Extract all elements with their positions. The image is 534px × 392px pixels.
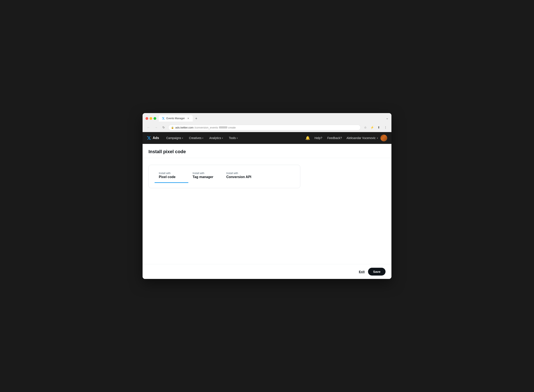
url-redacted-segment (219, 126, 227, 128)
tab-tag-manager-label: Install with (193, 172, 218, 175)
nav-item-tools[interactable]: Tools ▾ (226, 132, 241, 144)
toolbar-icons: ☆ ⚡ ⬆ ⋮ (362, 125, 389, 130)
tab-pixel-code-label: Install with (159, 172, 184, 175)
page-body: Install with Pixel code Install with Tag… (143, 158, 391, 264)
tab-title: Events Manager (166, 117, 185, 120)
url-text: ads.twitter.com /conversion_events creat… (175, 126, 358, 129)
help-link[interactable]: Help? (312, 136, 324, 140)
minimize-window-button[interactable] (149, 117, 152, 120)
page-content: Install pixel code Install with Pixel co… (143, 144, 391, 279)
nav-right: 🔔 Help? Feedback? Aleksandar Vucenovic ▾ (304, 134, 387, 142)
twitter-favicon (162, 117, 165, 120)
url-domain: ads.twitter.com (175, 126, 194, 129)
url-path: /conversion_events (195, 126, 218, 129)
tab-tag-manager-title: Tag manager (193, 175, 218, 179)
nav-item-campaigns[interactable]: Campaigns ▾ (163, 132, 186, 144)
avatar[interactable] (381, 135, 387, 141)
exit-button[interactable]: Exit (359, 270, 365, 273)
lock-icon: 🔒 (171, 126, 174, 129)
share-icon[interactable]: ⬆ (376, 125, 382, 130)
tab-conversion-api[interactable]: Install with Conversion API (222, 170, 256, 183)
campaigns-label: Campaigns (166, 136, 181, 140)
maximize-window-button[interactable] (153, 117, 156, 120)
traffic-lights (145, 117, 156, 120)
app-navigation: Ads Campaigns ▾ Creatives ▾ Analytics ▾ … (143, 132, 391, 144)
tab-bar: Events Manager ✕ + (159, 115, 386, 121)
extensions-icon[interactable]: ⚡ (369, 125, 375, 130)
creatives-chevron-icon: ▾ (202, 137, 203, 139)
avatar-image (381, 135, 387, 141)
tab-pixel-code[interactable]: Install with Pixel code (155, 170, 188, 183)
user-menu-chevron-icon: ▾ (377, 137, 378, 139)
tab-pixel-code-title: Pixel code (159, 175, 184, 179)
back-button[interactable]: ← (145, 125, 151, 130)
address-bar[interactable]: 🔒 ads.twitter.com /conversion_events cre… (168, 125, 361, 130)
reload-button[interactable]: ↻ (161, 125, 167, 130)
app-logo[interactable]: Ads (147, 136, 159, 140)
page-footer: Exit Save (143, 264, 391, 279)
tab-conversion-api-label: Install with (226, 172, 252, 175)
browser-chrome: Events Manager ✕ + ⌄ ← → ↻ 🔒 ads.twitter… (143, 113, 391, 132)
user-name-label: Aleksandar Vucenovic (347, 136, 376, 140)
new-tab-button[interactable]: + (193, 116, 199, 121)
campaigns-chevron-icon: ▾ (182, 137, 183, 139)
bookmark-icon[interactable]: ☆ (362, 125, 368, 130)
tab-conversion-api-title: Conversion API (226, 175, 252, 179)
page-header: Install pixel code (143, 144, 391, 158)
nav-item-creatives[interactable]: Creatives ▾ (186, 132, 206, 144)
tabs-container: Install with Pixel code Install with Tag… (155, 170, 294, 183)
close-tab-button[interactable]: ✕ (186, 117, 190, 120)
install-tabs-card: Install with Pixel code Install with Tag… (149, 165, 300, 188)
url-create: create (228, 126, 236, 129)
save-button[interactable]: Save (368, 268, 385, 275)
tools-label: Tools (229, 136, 236, 140)
creatives-label: Creatives (189, 136, 201, 140)
twitter-logo-icon (147, 136, 151, 140)
tab-tag-manager[interactable]: Install with Tag manager (188, 170, 222, 183)
notifications-button[interactable]: 🔔 (304, 134, 311, 142)
tools-chevron-icon: ▾ (237, 137, 238, 139)
forward-button[interactable]: → (153, 125, 159, 130)
browser-window: Events Manager ✕ + ⌄ ← → ↻ 🔒 ads.twitter… (143, 113, 391, 279)
feedback-link[interactable]: Feedback? (325, 136, 344, 140)
title-bar: Events Manager ✕ + ⌄ (145, 115, 389, 121)
analytics-label: Analytics (209, 136, 221, 140)
nav-menu: Campaigns ▾ Creatives ▾ Analytics ▾ Tool… (163, 132, 304, 144)
window-dropdown-button[interactable]: ⌄ (386, 116, 389, 121)
active-browser-tab[interactable]: Events Manager ✕ (159, 115, 193, 121)
close-window-button[interactable] (145, 117, 148, 120)
user-menu[interactable]: Aleksandar Vucenovic ▾ (345, 136, 380, 140)
ads-label: Ads (153, 136, 159, 140)
address-bar-row: ← → ↻ 🔒 ads.twitter.com /conversion_even… (145, 123, 389, 132)
page-title: Install pixel code (149, 149, 385, 154)
analytics-chevron-icon: ▾ (222, 137, 223, 139)
more-icon[interactable]: ⋮ (383, 125, 389, 130)
nav-item-analytics[interactable]: Analytics ▾ (206, 132, 226, 144)
